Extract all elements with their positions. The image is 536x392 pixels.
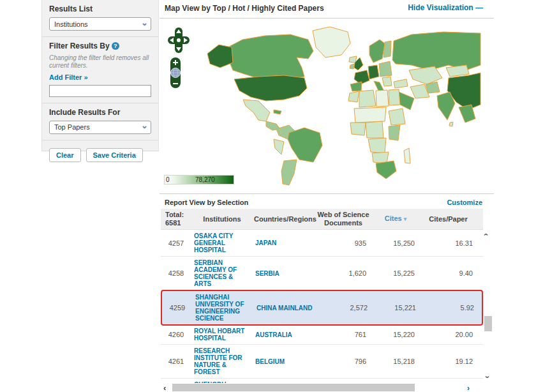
- customize-link[interactable]: Customize: [447, 199, 482, 206]
- country-shape[interactable]: [383, 41, 391, 57]
- documents-cell: 796: [314, 355, 373, 368]
- filter-input[interactable]: [49, 85, 151, 97]
- countries-column-header[interactable]: Countries/Regions: [253, 213, 314, 225]
- rank-cell: 4257: [161, 237, 191, 250]
- country-shape[interactable]: [392, 32, 480, 70]
- vertical-scroll-thumb[interactable]: [484, 316, 492, 331]
- institution-link[interactable]: ROYAL HOBART HOSPITAL: [191, 325, 253, 344]
- country-link[interactable]: BELGIUM: [253, 356, 314, 368]
- map-legend-gradient: 0 78,270: [164, 175, 234, 185]
- country-shape[interactable]: [350, 82, 362, 91]
- country-shape[interactable]: [207, 45, 233, 68]
- country-shape[interactable]: [274, 139, 284, 155]
- scroll-up-icon[interactable]: ‹: [482, 233, 491, 236]
- include-results-label: Include Results For: [49, 108, 151, 117]
- institution-link[interactable]: OSAKA CITY GENERAL HOSPITAL: [191, 230, 253, 256]
- country-shape[interactable]: [243, 100, 270, 121]
- scroll-right-icon[interactable]: ›: [467, 383, 470, 392]
- save-criteria-button[interactable]: Save Criteria: [86, 148, 143, 162]
- table-row[interactable]: 4257 OSAKA CITY GENERAL HOSPITAL JAPAN 9…: [161, 230, 483, 257]
- table-row-selected[interactable]: 4259 SHANGHAI UNIVERSITY OF ENGINEERING …: [161, 290, 483, 326]
- horizontal-scroll-thumb[interactable]: [172, 384, 415, 391]
- table-row[interactable]: 4261 RESEARCH INSTITUTE FOR NATURE & FOR…: [161, 345, 483, 379]
- country-link[interactable]: SERBIA: [253, 268, 314, 280]
- cites-per-paper-cell: 16.31: [419, 237, 478, 250]
- country-shape[interactable]: [234, 75, 307, 101]
- rank-cell: 4259: [162, 301, 193, 314]
- sidebar: Results List Institutions ⌄ Filter Resul…: [41, 0, 159, 151]
- chevron-down-icon: ⌄: [141, 20, 148, 26]
- country-shape[interactable]: [228, 34, 313, 79]
- country-shape[interactable]: [281, 160, 297, 185]
- results-list-select[interactable]: Institutions ⌄: [49, 17, 151, 31]
- country-link[interactable]: AUSTRALIA: [253, 329, 314, 341]
- globe-icon[interactable]: [171, 68, 181, 78]
- country-link[interactable]: JAPAN: [253, 237, 314, 249]
- scroll-down-icon[interactable]: ‹: [482, 375, 491, 378]
- country-shape[interactable]: [389, 109, 405, 125]
- report-view-title: Report View by Selection: [165, 199, 248, 206]
- country-shape[interactable]: [389, 89, 400, 105]
- add-filter-link[interactable]: Add Filter »: [49, 73, 151, 81]
- country-shape[interactable]: [368, 65, 379, 79]
- country-shape[interactable]: [313, 27, 350, 57]
- country-shape[interactable]: [379, 61, 392, 77]
- country-shape[interactable]: [274, 110, 281, 114]
- country-shape[interactable]: [288, 128, 322, 162]
- country-shape[interactable]: [389, 125, 400, 140]
- country-shape[interactable]: [382, 77, 392, 86]
- map-header: Map View by Top / Hot / Highly Cited Pap…: [160, 0, 494, 19]
- country-shape[interactable]: [376, 161, 396, 179]
- institution-link[interactable]: SHANGHAI UNIVERSITY OF ENGINEERING SCIEN…: [193, 291, 254, 324]
- documents-column-header[interactable]: Web of Science Documents: [314, 209, 373, 229]
- table-row[interactable]: 4260 ROYAL HOBART HOSPITAL AUSTRALIA 761…: [161, 325, 483, 345]
- cites-per-paper-column-header[interactable]: Cites/Paper: [419, 213, 478, 225]
- country-shape[interactable]: [446, 65, 469, 77]
- clear-button[interactable]: Clear: [49, 148, 81, 162]
- vertical-scrollbar[interactable]: ‹ ‹: [483, 230, 495, 382]
- cites-column-header[interactable]: Cites ▾: [373, 213, 419, 225]
- help-icon[interactable]: ?: [112, 42, 119, 50]
- country-shape[interactable]: [366, 121, 383, 138]
- actions-section: Clear Save Criteria: [42, 140, 158, 168]
- cites-per-paper-cell: 9.40: [419, 267, 478, 280]
- country-shape[interactable]: [368, 138, 386, 153]
- institution-link[interactable]: CHENGDU UNIVERSITY OF TRADITIONAL CHINES…: [191, 379, 253, 383]
- world-map[interactable]: [195, 26, 483, 186]
- table-header-row: Total: 6581 Institutions Countries/Regio…: [161, 209, 483, 230]
- map-zoom-control[interactable]: [169, 56, 182, 89]
- rank-cell: 4260: [161, 328, 191, 341]
- institutions-column-header[interactable]: Institutions: [191, 213, 253, 225]
- country-shape[interactable]: [404, 148, 410, 163]
- country-shape[interactable]: [350, 123, 366, 135]
- filter-label-text: Filter Results By: [49, 41, 110, 50]
- hide-visualization-link[interactable]: Hide Visualization —: [408, 3, 482, 12]
- minus-icon: —: [475, 3, 482, 12]
- table-body: 4257 OSAKA CITY GENERAL HOSPITAL JAPAN 9…: [161, 230, 483, 383]
- country-shape[interactable]: [376, 90, 389, 107]
- country-shape[interactable]: [350, 64, 354, 69]
- map-pan-control[interactable]: [167, 27, 190, 54]
- include-results-selected-value: Top Papers: [54, 123, 90, 131]
- horizontal-scrollbar[interactable]: ‹ ›: [161, 383, 480, 392]
- cites-cell: 15,221: [374, 301, 420, 314]
- table-row[interactable]: 4262 CHENGDU UNIVERSITY OF TRADITIONAL C…: [161, 379, 483, 383]
- hide-visualization-label: Hide Visualization: [408, 3, 473, 12]
- country-shape[interactable]: [394, 79, 408, 88]
- country-shape[interactable]: [348, 91, 359, 102]
- rank-cell: 4258: [161, 267, 191, 280]
- country-shape[interactable]: [449, 122, 453, 126]
- include-results-select[interactable]: Top Papers ⌄: [49, 121, 151, 134]
- scroll-left-icon[interactable]: ‹: [163, 383, 166, 392]
- chevron-down-icon: ⌄: [141, 123, 148, 129]
- institution-link[interactable]: RESEARCH INSTITUTE FOR NATURE & FOREST: [191, 345, 253, 378]
- institution-link[interactable]: SERBIAN ACADEMY OF SCIENCES & ARTS: [191, 257, 253, 290]
- legend-max-value: 78,270: [195, 176, 215, 183]
- table-row[interactable]: 4258 SERBIAN ACADEMY OF SCIENCES & ARTS …: [161, 257, 483, 290]
- filter-section: Filter Results By? Changing the filter f…: [42, 37, 158, 103]
- cites-cell: 15,225: [373, 267, 419, 280]
- country-shape[interactable]: [354, 107, 386, 123]
- country-shape[interactable]: [359, 90, 376, 107]
- country-shape[interactable]: [369, 40, 385, 63]
- country-link[interactable]: CHINA MAINLAND: [254, 302, 315, 314]
